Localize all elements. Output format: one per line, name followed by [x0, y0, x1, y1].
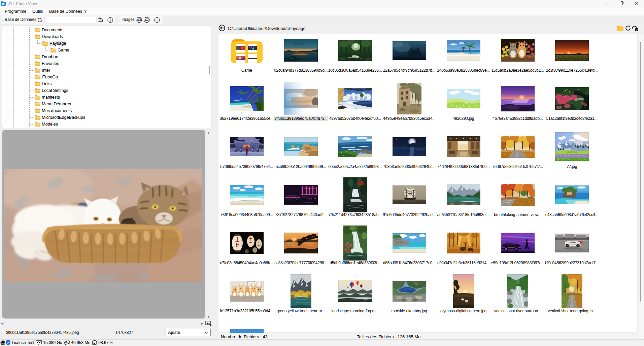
svg-text:www: www: [1, 342, 5, 344]
